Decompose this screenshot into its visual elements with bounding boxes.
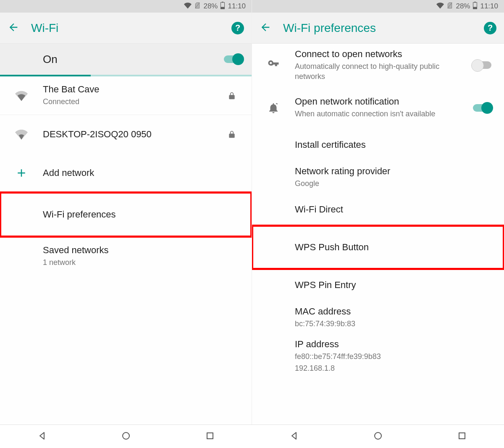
wifi-signal-icon — [0, 128, 43, 141]
connect-open-networks-item[interactable]: Connect to open networks Automatically c… — [252, 44, 504, 87]
pref-label: Install certificates — [295, 139, 495, 150]
wifi-toggle-label: On — [43, 53, 224, 66]
add-network-item[interactable]: Add network — [0, 154, 252, 192]
help-button[interactable]: ? — [231, 22, 244, 34]
ip-address-item: IP address fe80::be75:74ff:fe39:9b83 192… — [252, 334, 504, 379]
open-notif-switch[interactable] — [473, 104, 491, 112]
status-bar: 28% 11:10 — [252, 0, 504, 13]
mac-address-item: MAC address bc:75:74:39:9b:83 — [252, 301, 504, 334]
screen-wifi-preferences: 28% 11:10 Wi-Fi preferences ? Connect to… — [252, 0, 504, 424]
status-sim-icon — [446, 2, 453, 11]
preferences-list: Connect to open networks Automatically c… — [252, 44, 504, 424]
install-certificates-item[interactable]: Install certificates — [252, 129, 504, 161]
ip-value-2: 192.168.1.8 — [295, 363, 495, 373]
network-ssid: DESKTOP-2ISOQ20 0950 — [43, 129, 221, 140]
nav-recent-button[interactable] — [457, 431, 467, 443]
svg-rect-9 — [207, 433, 213, 439]
svg-point-10 — [375, 432, 381, 439]
status-sim-icon — [194, 2, 201, 11]
mac-value: bc:75:74:39:9b:83 — [295, 319, 495, 329]
network-rating-provider-item[interactable]: Network rating provider Google — [252, 161, 504, 194]
app-bar: Wi-Fi ? — [0, 13, 252, 44]
android-nav-bar — [0, 424, 504, 448]
wps-push-button-item[interactable]: WPS Push Button — [252, 225, 504, 269]
status-time: 11:10 — [228, 2, 246, 10]
pref-sub: When automatic connection isn't availabl… — [295, 109, 470, 119]
pref-sub: Automatically connect to high-quality pu… — [295, 61, 470, 82]
pref-label: Wi-Fi Direct — [295, 204, 495, 215]
nav-back-button[interactable] — [289, 431, 299, 443]
wifi-list: The Bat Cave Connected DESKTOP-2ISOQ20 0… — [0, 76, 252, 424]
status-wifi-icon — [436, 2, 444, 11]
add-network-label: Add network — [43, 168, 242, 178]
wifi-master-toggle-row[interactable]: On — [0, 44, 252, 76]
network-item[interactable]: DESKTOP-2ISOQ20 0950 — [0, 115, 252, 154]
screen-wifi: 28% 11:10 Wi-Fi ? On The Bat Cave Connec… — [0, 0, 252, 424]
status-battery-icon — [472, 2, 478, 11]
nav-home-button[interactable] — [373, 431, 383, 443]
status-time: 11:10 — [480, 2, 498, 10]
network-status: Connected — [43, 97, 221, 107]
wps-pin-entry-item[interactable]: WPS Pin Entry — [252, 269, 504, 301]
key-icon — [252, 59, 295, 71]
plus-icon — [0, 167, 43, 179]
page-title: Wi-Fi — [31, 21, 220, 35]
nav-home-button[interactable] — [121, 431, 131, 443]
page-title: Wi-Fi preferences — [283, 21, 472, 35]
svg-point-8 — [123, 432, 129, 439]
network-ssid: The Bat Cave — [43, 84, 221, 95]
wifi-direct-item[interactable]: Wi-Fi Direct — [252, 194, 504, 225]
app-bar: Wi-Fi preferences ? — [252, 13, 504, 44]
status-battery-icon — [220, 2, 225, 11]
wifi-signal-icon — [0, 89, 43, 102]
status-battery-pct: 28% — [456, 2, 470, 10]
status-bar: 28% 11:10 — [0, 0, 252, 13]
saved-networks-label: Saved networks — [43, 245, 242, 256]
pref-label: WPS Pin Entry — [295, 280, 495, 291]
pref-label: Network rating provider — [295, 166, 495, 177]
ip-label: IP address — [295, 339, 495, 350]
mac-label: MAC address — [295, 306, 495, 317]
network-item[interactable]: The Bat Cave Connected — [0, 76, 252, 115]
back-button[interactable] — [8, 21, 19, 35]
wifi-preferences-label: Wi-Fi preferences — [43, 209, 242, 220]
bell-wifi-icon — [252, 102, 295, 114]
status-battery-pct: 28% — [203, 2, 218, 10]
ip-value-1: fe80::be75:74ff:fe39:9b83 — [295, 351, 495, 362]
status-wifi-icon — [184, 2, 192, 11]
saved-networks-sub: 1 network — [43, 257, 242, 267]
back-button[interactable] — [260, 21, 271, 35]
svg-rect-7 — [473, 7, 477, 9]
pref-label: Open network notification — [295, 96, 470, 107]
open-network-notification-item[interactable]: Open network notification When automatic… — [252, 87, 504, 129]
pref-label: Connect to open networks — [295, 49, 470, 60]
svg-rect-11 — [459, 433, 465, 439]
pref-label: WPS Push Button — [295, 242, 495, 253]
wifi-preferences-item[interactable]: Wi-Fi preferences — [0, 192, 252, 237]
nav-recent-button[interactable] — [205, 431, 215, 443]
pref-sub: Google — [295, 178, 495, 189]
nav-back-button[interactable] — [37, 431, 47, 443]
wifi-toggle-switch[interactable] — [224, 55, 242, 63]
svg-rect-3 — [221, 7, 225, 9]
saved-networks-item[interactable]: Saved networks 1 network — [0, 237, 252, 275]
lock-icon — [221, 91, 242, 101]
help-button[interactable]: ? — [484, 22, 496, 34]
connect-open-switch[interactable] — [473, 61, 491, 69]
lock-icon — [221, 129, 242, 139]
